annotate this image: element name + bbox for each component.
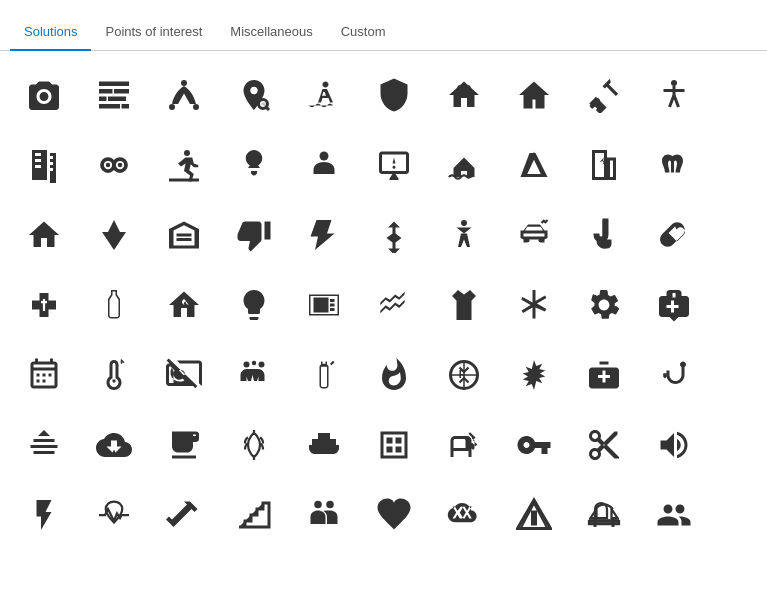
svg-line-4 xyxy=(266,107,269,110)
burst-icon[interactable] xyxy=(500,341,568,409)
care-hands-icon[interactable] xyxy=(360,481,428,549)
flood-waves-icon[interactable] xyxy=(10,411,78,479)
svg-point-25 xyxy=(314,501,322,509)
calendar-icon[interactable] xyxy=(10,341,78,409)
svg-point-21 xyxy=(259,362,265,368)
mountain-icon[interactable] xyxy=(500,131,568,199)
svg-point-26 xyxy=(326,501,334,509)
person-icon[interactable] xyxy=(290,131,358,199)
svg-point-19 xyxy=(539,238,544,243)
gear-icon[interactable] xyxy=(570,271,638,339)
flood-house-icon[interactable] xyxy=(430,131,498,199)
medical-cross-icon[interactable] xyxy=(10,271,78,339)
lightning-bolt-icon[interactable] xyxy=(10,481,78,549)
search-location-icon[interactable] xyxy=(220,61,288,129)
arrows-split-icon[interactable] xyxy=(360,201,428,269)
bridge-icon[interactable] xyxy=(570,481,638,549)
shield-icon[interactable] xyxy=(360,61,428,129)
svg-point-2 xyxy=(193,104,199,110)
triangle-warning-icon[interactable] xyxy=(500,481,568,549)
pill-icon[interactable] xyxy=(640,201,708,269)
person-reaching-icon[interactable] xyxy=(430,201,498,269)
brick-wall-icon[interactable] xyxy=(80,61,148,129)
tab-custom[interactable]: Custom xyxy=(327,14,400,51)
tshirt-icon[interactable] xyxy=(430,271,498,339)
svg-point-6 xyxy=(466,85,471,90)
family-home-icon[interactable] xyxy=(430,61,498,129)
thumbs-down-icon[interactable] xyxy=(220,201,288,269)
hook-icon[interactable] xyxy=(570,201,638,269)
couple-icon[interactable] xyxy=(290,481,358,549)
food-drink-icon[interactable] xyxy=(150,411,218,479)
water-drop-icon[interactable] xyxy=(80,201,148,269)
svg-point-1 xyxy=(169,104,175,110)
camera-icon[interactable] xyxy=(10,61,78,129)
lightning-split-icon[interactable] xyxy=(290,201,358,269)
medical-bag-icon[interactable] xyxy=(570,341,638,409)
svg-point-22 xyxy=(252,361,257,366)
poison-icon[interactable] xyxy=(220,131,288,199)
svg-point-13 xyxy=(184,150,190,156)
svg-text:F: F xyxy=(459,368,466,380)
network-icon[interactable] xyxy=(150,61,218,129)
tab-bar: Solutions Points of interest Miscellaneo… xyxy=(0,0,767,51)
cooking-pot-icon[interactable] xyxy=(290,411,358,479)
scissors-icon[interactable] xyxy=(570,411,638,479)
grid-building-icon[interactable] xyxy=(360,411,428,479)
asterisk-icon[interactable] xyxy=(500,271,568,339)
tab-poi[interactable]: Points of interest xyxy=(91,14,216,51)
fish-hook-icon[interactable] xyxy=(640,341,708,409)
tab-solutions[interactable]: Solutions xyxy=(10,14,91,51)
garage-icon[interactable] xyxy=(150,201,218,269)
hammer-icon[interactable] xyxy=(570,61,638,129)
svg-point-12 xyxy=(118,163,123,168)
heart-monitor-icon[interactable] xyxy=(80,481,148,549)
fuel-icon[interactable] xyxy=(430,411,498,479)
first-aid-cross-icon[interactable] xyxy=(640,271,708,339)
svg-point-0 xyxy=(181,80,187,86)
figure-icon[interactable] xyxy=(640,61,708,129)
svg-point-17 xyxy=(461,220,467,226)
app-container: Solutions Points of interest Miscellaneo… xyxy=(0,0,767,600)
fire-fighter-icon[interactable]: F xyxy=(430,341,498,409)
no-photo-icon[interactable] xyxy=(150,341,218,409)
trumpet-icon[interactable] xyxy=(640,411,708,479)
snow-cloud-icon[interactable] xyxy=(430,481,498,549)
flame-icon[interactable] xyxy=(360,341,428,409)
wheat-icon[interactable] xyxy=(220,411,288,479)
handshake-icon[interactable] xyxy=(360,271,428,339)
svg-point-18 xyxy=(525,238,530,243)
fire-extinguisher-icon[interactable] xyxy=(290,341,358,409)
handcuffs-icon[interactable] xyxy=(80,131,148,199)
building-icon[interactable] xyxy=(10,131,78,199)
home-person-icon[interactable] xyxy=(10,201,78,269)
alert-screen-icon[interactable] xyxy=(360,131,428,199)
car-crash-icon[interactable] xyxy=(500,201,568,269)
stairs-icon[interactable] xyxy=(220,481,288,549)
svg-point-15 xyxy=(320,152,329,161)
falling-person-icon[interactable] xyxy=(150,131,218,199)
icon-grid: F xyxy=(10,61,757,549)
icon-grid-container: F xyxy=(0,51,767,600)
svg-point-20 xyxy=(244,362,250,368)
tab-misc[interactable]: Miscellaneous xyxy=(216,14,326,51)
svg-point-16 xyxy=(42,227,47,232)
bottle-icon[interactable] xyxy=(80,271,148,339)
microwave-icon[interactable] xyxy=(290,271,358,339)
house-fire-icon[interactable] xyxy=(150,271,218,339)
key-icon[interactable] xyxy=(500,411,568,479)
pickaxe-icon[interactable] xyxy=(150,481,218,549)
kidneys-icon[interactable] xyxy=(640,131,708,199)
hail-icon[interactable] xyxy=(80,411,148,479)
community-icon[interactable] xyxy=(640,481,708,549)
svg-point-11 xyxy=(106,163,111,168)
svg-point-8 xyxy=(671,80,677,86)
broken-building-icon[interactable] xyxy=(570,131,638,199)
lightbulb-icon[interactable] xyxy=(220,271,288,339)
flood-icon[interactable] xyxy=(290,61,358,129)
thermometer-icon[interactable] xyxy=(80,341,148,409)
svg-point-5 xyxy=(457,85,462,90)
family-icon[interactable] xyxy=(220,341,288,409)
leaf-home-icon[interactable] xyxy=(500,61,568,129)
